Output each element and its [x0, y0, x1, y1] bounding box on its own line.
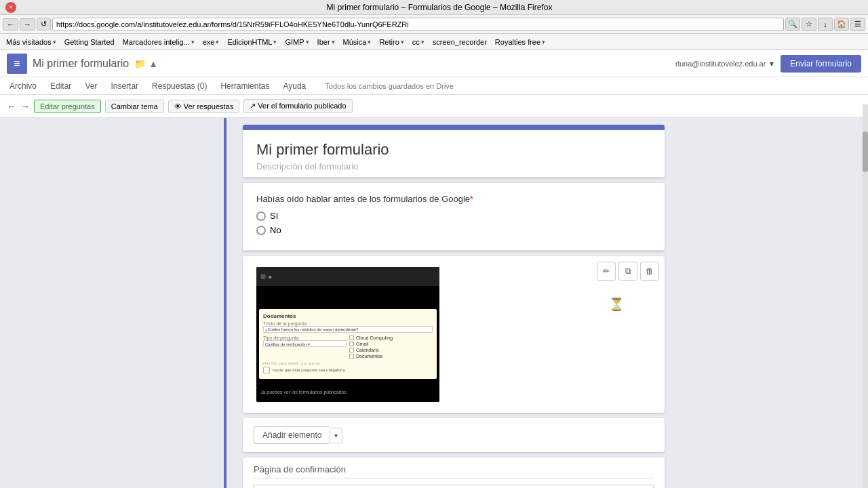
forward-button[interactable]: →: [20, 18, 35, 30]
bookmark-musica[interactable]: Música ▾: [340, 37, 375, 47]
drive-icon[interactable]: ▲: [149, 58, 158, 69]
bookmark-label: cc: [412, 38, 420, 46]
eye-icon: 👁: [174, 102, 182, 110]
preview-type-label: Tipo de pregunta: [263, 336, 347, 340]
chevron-down-icon: ▾: [332, 39, 335, 45]
form-header-bar: [243, 125, 665, 130]
confirmation-message-input[interactable]: [254, 485, 654, 488]
view-responses-label: Ver respuestas: [184, 102, 233, 110]
menu-respuestas[interactable]: Respuestas (0): [149, 80, 210, 92]
video-form-preview: Documentos Título de la pregunta ¿Cuáles…: [259, 309, 437, 379]
video-bottom-bar: Ja puedes ver los formularios publicados: [256, 382, 439, 402]
radio-option-no[interactable]: No: [256, 225, 651, 235]
bookmark-edicion-html[interactable]: EdicionHTML ▾: [224, 37, 280, 47]
delete-embed-button[interactable]: 🗑: [640, 262, 659, 281]
bookmark-iber[interactable]: Iber ▾: [314, 37, 338, 47]
form-description: Descripción del formulario: [256, 161, 651, 171]
menu-insertar[interactable]: Insertar: [108, 80, 141, 92]
bookmark-gimp[interactable]: GIMP ▾: [281, 37, 312, 47]
preview-title: Documentos: [263, 313, 433, 319]
bookmark-label: screen_recorder: [433, 38, 487, 46]
checkbox-icon: [349, 354, 354, 359]
bookmark-label: exe: [203, 38, 215, 46]
chevron-down-icon: ▾: [191, 39, 195, 45]
copy-embed-button[interactable]: ⧉: [618, 262, 637, 281]
menu-editar[interactable]: Editar: [47, 80, 74, 92]
app-header: ≡ Mi primer formulario 📁 ▲ rluna@institu…: [0, 50, 868, 77]
add-element-dropdown-button[interactable]: ▾: [330, 428, 342, 443]
video-top-text: ■: [269, 274, 272, 280]
menu-button[interactable]: ☰: [850, 18, 865, 31]
bookmark-button[interactable]: ☆: [802, 18, 816, 31]
bookmark-exe[interactable]: exe ▾: [199, 37, 223, 47]
checkbox-icon: [349, 336, 354, 340]
search-button[interactable]: 🔍: [785, 18, 800, 31]
radio-label-si: Sí: [270, 211, 278, 221]
bookmark-label: Iber: [317, 38, 330, 46]
titlebar-title: Mi primer formulario – Formularios de Go…: [16, 3, 863, 12]
external-link-icon: ↗: [250, 102, 256, 110]
bookmark-screen-recorder[interactable]: screen_recorder: [429, 37, 490, 47]
preview-question-input: ¿Cuáles fueron los módulos de mayor apre…: [263, 326, 433, 333]
menu-ver[interactable]: Ver: [82, 80, 100, 92]
redo-button[interactable]: →: [20, 101, 30, 112]
center-panel[interactable]: Mi primer formulario Descripción del for…: [224, 118, 678, 488]
preview-type-row: Tipo de pregunta Casillas de verificació…: [263, 336, 433, 360]
preview-options-col: Cloud Computing Gmail Calendario: [349, 336, 433, 360]
video-top-bar: ■: [256, 267, 439, 286]
bookmark-cc[interactable]: cc ▾: [409, 37, 428, 47]
bookmark-marcadores[interactable]: Marcadores intelig... ▾: [119, 37, 198, 47]
menu-ayuda[interactable]: Ayuda: [280, 80, 309, 92]
main-content: Mi primer formulario Descripción del for…: [0, 118, 868, 488]
preview-checkbox-gmail: Gmail: [349, 342, 433, 346]
view-responses-button[interactable]: 👁 Ver respuestas: [168, 100, 239, 113]
chevron-down-icon: ▾: [216, 39, 219, 45]
bookmark-retiro[interactable]: Retiro ▾: [376, 37, 407, 47]
undo-button[interactable]: ←: [7, 101, 16, 112]
toolbar: ← → Editar preguntas Cambiar tema 👁 Ver …: [0, 95, 868, 118]
preview-question-col: Título de la pregunta ¿Cuáles fueron los…: [263, 321, 433, 334]
download-button[interactable]: ↓: [818, 18, 833, 31]
view-published-button[interactable]: ↗ Ver el formulario publicado: [243, 99, 352, 113]
add-element-section: Añadir elemento ▾: [243, 418, 665, 452]
edit-embed-button[interactable]: ✏: [597, 262, 616, 281]
menu-herramientas[interactable]: Herramientas: [218, 80, 272, 92]
radio-label-no: No: [270, 225, 281, 235]
chevron-down-icon: ▾: [306, 39, 309, 45]
app-logo: ≡: [7, 54, 27, 74]
preview-question-label: Título de la pregunta: [263, 321, 433, 326]
preview-checkbox-documentos: Documentos: [349, 354, 433, 359]
navbar: ← → ↺ 🔍 ☆ ↓ 🏠 ☰: [0, 15, 868, 34]
embed-card: ✏ ⧉ 🗑 ■: [243, 256, 665, 413]
close-button[interactable]: ×: [5, 2, 16, 13]
preview-required-label: Hacer que esta pregunta sea obligatoria: [273, 368, 345, 372]
bookmark-label: GIMP: [285, 38, 304, 46]
add-element-button[interactable]: Añadir elemento: [254, 426, 330, 444]
left-panel: [0, 118, 224, 488]
home-button[interactable]: 🏠: [834, 18, 849, 31]
scrollbar-thumb[interactable]: [863, 131, 868, 172]
bookmark-getting-started[interactable]: Getting Started: [61, 37, 118, 47]
bookmark-royalties-free[interactable]: Royalties free ▾: [492, 37, 549, 47]
cursor-icon: ⏳: [609, 297, 624, 312]
menu-archivo[interactable]: Archivo: [7, 80, 39, 92]
send-form-button[interactable]: Enviar formulario: [781, 55, 861, 73]
url-bar[interactable]: [52, 18, 784, 31]
confirmation-section: Página de confirmación Mostrar enlace pa…: [243, 458, 665, 488]
reload-button[interactable]: ↺: [37, 18, 51, 30]
preview-fields-row: Título de la pregunta ¿Cuáles fueron los…: [263, 321, 433, 334]
user-email[interactable]: rluna@institutovelez.edu.ar ▼: [675, 60, 775, 68]
chevron-down-icon: ▾: [421, 39, 425, 45]
bookmark-mas-visitados[interactable]: Más visitados ▾: [3, 37, 60, 47]
back-button[interactable]: ←: [3, 18, 18, 30]
chevron-down-icon: ▾: [53, 39, 56, 45]
embed-section: ✏ ⧉ 🗑 ■: [243, 256, 665, 413]
edit-questions-button[interactable]: Editar preguntas: [34, 100, 101, 113]
bookmark-label: Marcadores intelig...: [123, 38, 190, 46]
form-main-title: Mi primer formulario: [256, 141, 651, 159]
folder-icon[interactable]: 📁: [134, 58, 146, 69]
hamburger-icon: ≡: [14, 58, 20, 70]
video-bottom-text: Ja puedes ver los formularios publicados: [260, 390, 347, 394]
change-theme-button[interactable]: Cambiar tema: [105, 100, 164, 113]
radio-option-si[interactable]: Sí: [256, 211, 651, 221]
